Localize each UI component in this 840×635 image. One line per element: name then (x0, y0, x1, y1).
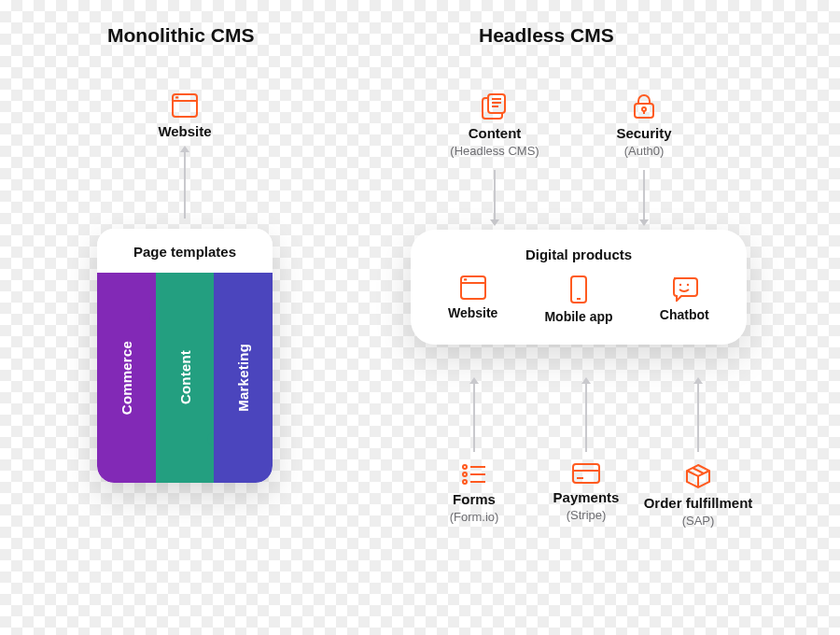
arrow-content-to-products (494, 170, 496, 220)
browser-window-icon (119, 93, 250, 118)
svg-point-16 (687, 284, 689, 286)
browser-window-icon (427, 275, 520, 300)
svg-rect-23 (573, 464, 599, 483)
arrow-payments-to-products (585, 383, 587, 452)
lock-icon (579, 93, 709, 120)
smartphone-icon (532, 275, 625, 303)
headless-order-label: Order fulfillment (633, 495, 763, 513)
svg-point-8 (642, 107, 646, 111)
product-mobile-app: Mobile app (532, 275, 625, 324)
headless-payments-label: Payments (521, 489, 651, 507)
headless-order-sub: (SAP) (633, 514, 763, 528)
svg-point-15 (679, 284, 681, 286)
digital-products-title: Digital products (420, 247, 737, 262)
headless-title: Headless CMS (479, 24, 614, 47)
svg-rect-2 (175, 96, 178, 98)
monolithic-pillars: Commerce Content Marketing (97, 273, 273, 483)
headless-security-block: Security (Auth0) (579, 93, 709, 158)
pillar-marketing: Marketing (214, 273, 273, 483)
headless-payments-sub: (Stripe) (521, 508, 651, 522)
svg-point-18 (463, 473, 467, 476)
documents-icon (429, 93, 560, 120)
arrow-security-to-products (643, 170, 645, 220)
headless-content-block: Content (Headless CMS) (429, 93, 560, 158)
headless-security-label: Security (579, 125, 709, 143)
svg-rect-12 (464, 278, 467, 280)
monolithic-website-block: Website (119, 93, 250, 141)
arrow-mono-card-to-website (184, 151, 186, 219)
arrow-forms-to-products (473, 383, 475, 452)
headless-content-sub: (Headless CMS) (429, 144, 560, 158)
svg-point-19 (463, 480, 467, 484)
headless-payments-block: Payments (Stripe) (521, 463, 651, 522)
headless-forms-label: Forms (409, 491, 539, 509)
monolithic-title: Monolithic CMS (107, 24, 254, 47)
headless-security-sub: (Auth0) (579, 144, 709, 158)
monolithic-card-header: Page templates (97, 229, 273, 273)
monolithic-website-label: Website (119, 123, 250, 141)
svg-point-17 (463, 465, 467, 469)
headless-content-label: Content (429, 125, 560, 143)
digital-products-card: Digital products Website (411, 230, 747, 345)
credit-card-icon (521, 463, 651, 484)
headless-order-block: Order fulfillment (SAP) (633, 463, 763, 528)
diagram-canvas: Monolithic CMS Headless CMS Website Page… (0, 0, 840, 635)
monolithic-card: Page templates Commerce Content Marketin… (97, 229, 273, 483)
list-icon (409, 463, 539, 486)
product-website: Website (427, 275, 520, 324)
arrow-order-to-products (697, 383, 699, 452)
pillar-commerce: Commerce (97, 273, 156, 483)
headless-forms-block: Forms (Form.io) (409, 463, 539, 524)
pillar-content: Content (156, 273, 215, 483)
product-chatbot: Chatbot (637, 275, 731, 324)
chatbot-icon (637, 275, 731, 302)
headless-forms-sub: (Form.io) (409, 510, 539, 524)
package-box-icon (633, 463, 763, 489)
